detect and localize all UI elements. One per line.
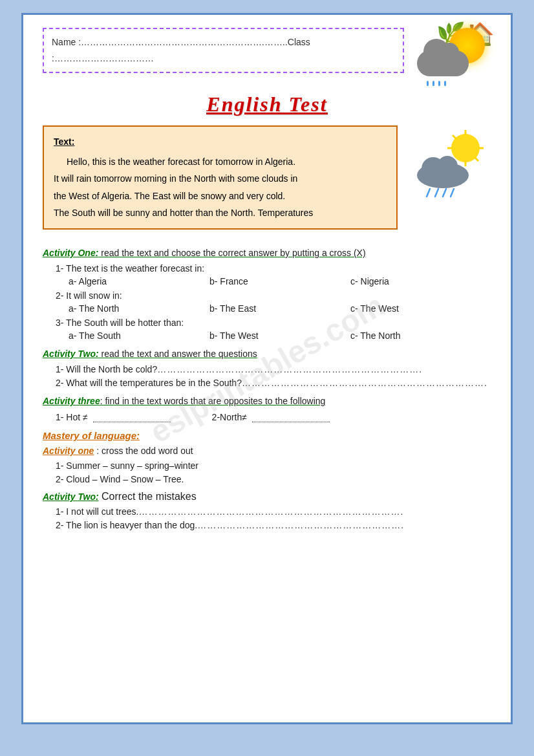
a3-item-1: 1- Hot ≠ [56, 411, 173, 422]
mastery-a2-q2-text: 2- The lion is heavyer than the dog. [56, 520, 197, 530]
activity-one-section: Activity One: read the text and choose t… [43, 248, 491, 341]
mastery-a2-q1-dots: ………………………………………………………………………. [138, 506, 403, 517]
at-q1-text: 1- Will the North be cold? [56, 364, 157, 374]
header-area: Name :…………………………………………………….……..Class :……… [43, 28, 491, 86]
page: eslprintables.com Name :…………………………………………… [21, 13, 513, 724]
at-q1-dots: ………………………………………………………………………. [157, 364, 422, 374]
name-class-box: Name :…………………………………………………….……..Class :……… [43, 28, 404, 73]
mastery-a2-q1-text: 1- I not will cut trees. [56, 506, 138, 517]
activity-two-section: Activity Two: read the text and answer t… [43, 349, 491, 388]
q2-option-b: b- The East [209, 303, 350, 314]
text-line-2: It will rain tomorrow morning in the Nor… [54, 170, 387, 188]
weather-pic [407, 129, 491, 202]
weather-icon-area: 🌿🏠 [417, 28, 491, 86]
at-q2: 2- What will the temperatures be in the … [56, 378, 491, 388]
activity-two-desc: read the text and answer the questions [99, 349, 257, 359]
q3-option-a: a- The South [69, 330, 209, 341]
activity-three-bold: Activity three [43, 396, 100, 406]
mastery-a1-label: Activity one [43, 446, 94, 456]
svg-line-13 [451, 189, 454, 197]
a3-north-blank [252, 411, 330, 422]
mastery-a1-item1: 1- Summer – sunny – spring–winter [56, 460, 491, 471]
q2-text: 2- It will snow in: [56, 290, 491, 301]
mastery-a2-q2-dots: ………………………………………………………. [197, 520, 404, 530]
q2-options: a- The North b- The East c- The West [69, 303, 491, 314]
q3-option-b: b- The West [209, 330, 350, 341]
text-line-1: Hello, this is the weather forecast for … [54, 153, 387, 171]
mastery-a2: Activity Two: Correct the mistakes [43, 491, 491, 502]
q1-options: a- Algeria b- France c- Nigeria [69, 276, 491, 286]
svg-line-11 [435, 189, 438, 197]
text-area: Text: Hello, this is the weather forecas… [43, 125, 491, 239]
mastery-section: Mastery of language: Activity one : cros… [43, 430, 491, 530]
a3-item-2: 2-North≠ [212, 411, 332, 422]
text-line-4: The South will be sunny and hotter than … [54, 204, 387, 222]
mastery-a2-normal: Correct the mistakes [99, 491, 197, 502]
activity-one-bold: Activity One: [43, 248, 98, 258]
weather-svg [407, 129, 491, 200]
activity-three-desc: : find in the text words that are opposi… [100, 396, 326, 406]
activity-two-header: Activity Two: read the text and answer t… [43, 349, 491, 359]
activity-three-header: Activity three: find in the text words t… [43, 396, 491, 406]
activity-one-desc: read the text and choose the correct ans… [98, 248, 365, 258]
mastery-a2-q1: 1- I not will cut trees. ………………………………………… [56, 506, 491, 517]
q3-text: 3- The South will be hotter than: [56, 318, 491, 328]
at-q2-text: 2- What will the temperatures be in the … [56, 378, 242, 388]
q1-option-b: b- France [209, 276, 350, 286]
activity-two-bold: Activity Two: [43, 349, 99, 359]
mastery-a2-label: Activity Two: [43, 491, 99, 502]
rain-icon [427, 81, 446, 86]
text-box: Text: Hello, this is the weather forecas… [43, 125, 398, 230]
name-label: Name :…………………………………………………….…….. [52, 37, 288, 47]
page-title: English Test [43, 92, 491, 116]
activity-three-section: Activity three: find in the text words t… [43, 396, 491, 422]
q2-option-a: a- The North [69, 303, 209, 314]
text-line-3: the West of Algeria. The East will be sn… [54, 188, 387, 205]
at-q2-dots: …………………………………………………………………. [242, 378, 487, 388]
mastery-a1-normal: : cross the odd word out [94, 446, 193, 456]
q3-option-c: c- The North [350, 330, 491, 341]
mastery-a1: Activity one : cross the odd word out [43, 445, 491, 457]
svg-line-12 [443, 189, 446, 197]
q3-options: a- The South b- The West c- The North [69, 330, 491, 341]
svg-point-9 [437, 156, 458, 177]
q1-text: 1- The text is the weather forecast in: [56, 263, 491, 274]
activity-one-header: Activity One: read the text and choose t… [43, 248, 491, 258]
text-label: Text: [54, 133, 387, 151]
svg-line-10 [427, 189, 430, 197]
at-q1: 1- Will the North be cold? …………………………………… [56, 364, 491, 374]
cloud-icon [417, 50, 469, 76]
svg-line-5 [453, 135, 456, 139]
q1-option-c: c- Nigeria [350, 276, 491, 286]
mastery-title: Mastery of language: [43, 430, 491, 441]
a3-hot-blank [93, 411, 171, 422]
mastery-a1-item2: 2- Cloud – Wind – Snow – Tree. [56, 474, 491, 484]
a3-items: 1- Hot ≠ 2-North≠ [56, 411, 491, 422]
mastery-a2-q2: 2- The lion is heavyer than the dog. ………… [56, 520, 491, 530]
svg-line-6 [475, 157, 478, 161]
q1-option-a: a- Algeria [69, 276, 209, 286]
q2-option-c: c- The West [350, 303, 491, 314]
